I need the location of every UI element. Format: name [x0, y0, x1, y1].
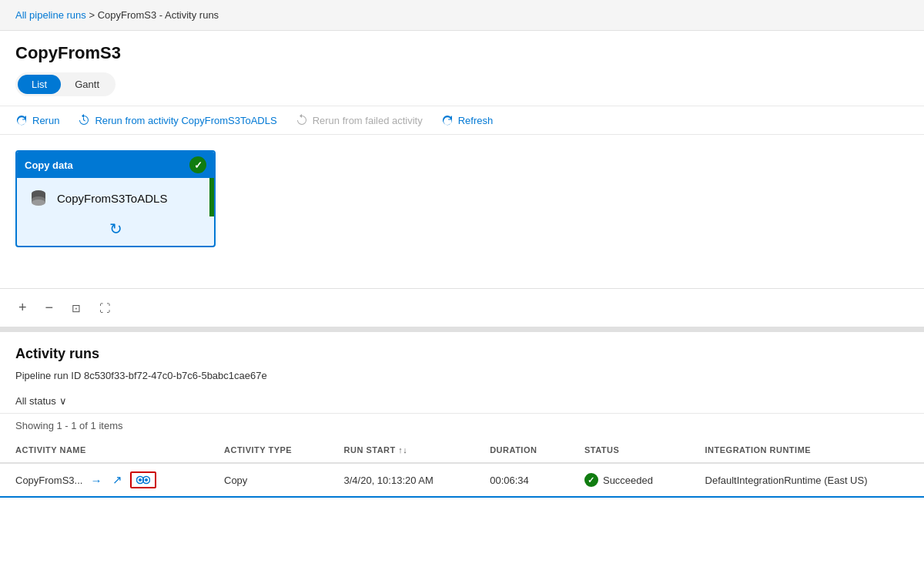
db-icon [28, 187, 49, 209]
col-status: STATUS [569, 438, 690, 463]
output-icon[interactable]: ↗ [109, 471, 126, 488]
zoom-in-button[interactable]: + [15, 297, 30, 319]
filter-row: All status ∨ [0, 389, 924, 414]
breadcrumb: All pipeline runs > CopyFromS3 - Activit… [0, 0, 924, 31]
page-header: CopyFromS3 List Gantt [0, 31, 924, 106]
col-duration: DURATION [474, 438, 569, 463]
table-header: ACTIVITY NAME ACTIVITY TYPE RUN START ↑↓… [0, 438, 924, 463]
rerun-from-label: Rerun from activity CopyFromS3ToADLS [95, 115, 276, 126]
zoom-out-button[interactable]: − [42, 297, 57, 319]
rerun-failed-icon [296, 114, 308, 126]
cell-status: ✓ Succeeded [569, 463, 690, 497]
cell-runtime: DefaultIntegrationRuntime (East US) [690, 463, 924, 497]
node-type-label: Copy data [25, 159, 73, 171]
col-activity-name: ACTIVITY NAME [0, 438, 209, 463]
pipeline-run-id-value: 8c530f33-bf72-47c0-b7c6-5babc1cae67e [84, 370, 267, 381]
svg-point-6 [139, 478, 142, 481]
filter-label: All status [15, 395, 56, 407]
rerun-label: Rerun [32, 115, 59, 126]
breadcrumb-current: CopyFromS3 - Activity runs [98, 9, 219, 21]
pipeline-node[interactable]: Copy data ✓ CopyFromS3ToADLS ↻ [15, 150, 216, 247]
showing-text: Showing 1 - 1 of 1 items [0, 414, 924, 438]
rerun-failed-button[interactable]: Rerun from failed activity [296, 114, 423, 126]
node-success-check: ✓ [189, 156, 206, 173]
section-title: Activity runs [15, 346, 909, 362]
view-toggle: List Gantt [15, 72, 116, 96]
rerun-from-button[interactable]: Rerun from activity CopyFromS3ToADLS [78, 114, 276, 126]
activity-runs-section: Activity runs [0, 332, 924, 367]
breadcrumb-link[interactable]: All pipeline runs [15, 9, 86, 21]
cell-duration: 00:06:34 [474, 463, 569, 497]
status-badge: ✓ Succeeded [584, 473, 675, 487]
zoom-fit-button[interactable]: ⊡ [69, 299, 84, 317]
input-output-details-icon[interactable] [130, 471, 156, 488]
node-footer: ↻ [17, 216, 214, 246]
col-activity-type: ACTIVITY TYPE [209, 438, 329, 463]
activity-runs-table: ACTIVITY NAME ACTIVITY TYPE RUN START ↑↓… [0, 438, 924, 498]
col-run-start: RUN START ↑↓ [329, 438, 475, 463]
table-row: CopyFromS3... → ↗ Copy [0, 463, 924, 497]
pipeline-run-id-label: Pipeline run ID [15, 370, 81, 381]
breadcrumb-separator: > [89, 9, 97, 21]
status-dot: ✓ [584, 473, 598, 487]
cell-activity-type: Copy [209, 463, 329, 497]
col-integration-runtime: INTEGRATION RUNTIME [690, 438, 924, 463]
svg-point-4 [32, 200, 45, 206]
canvas-controls: + − ⊡ ⛶ [0, 289, 924, 327]
list-view-button[interactable]: List [18, 75, 61, 94]
rerun-icon [15, 114, 28, 126]
rerun-failed-label: Rerun from failed activity [313, 115, 423, 126]
node-sync-icon: ↻ [109, 220, 122, 238]
cell-activity-name: CopyFromS3... → ↗ [0, 463, 209, 497]
canvas-area: Copy data ✓ CopyFromS3ToADLS ↻ [0, 135, 924, 289]
fit-view-button[interactable]: ⛶ [96, 299, 113, 317]
refresh-icon [441, 114, 454, 126]
refresh-button[interactable]: Refresh [441, 114, 494, 126]
cell-run-start: 3/4/20, 10:13:20 AM [329, 463, 475, 497]
node-status-bar [209, 178, 216, 216]
node-activity-name: CopyFromS3ToADLS [57, 192, 167, 205]
gantt-view-button[interactable]: Gantt [61, 75, 113, 94]
go-to-run-icon[interactable]: → [87, 472, 105, 488]
table-body: CopyFromS3... → ↗ Copy [0, 463, 924, 497]
pipeline-node-header: Copy data ✓ [17, 152, 214, 178]
rerun-from-icon [78, 114, 90, 126]
toolbar: Rerun Rerun from activity CopyFromS3ToAD… [0, 106, 924, 135]
activity-name-value: CopyFromS3... [15, 475, 82, 486]
page-title: CopyFromS3 [15, 43, 909, 63]
status-label: Succeeded [603, 475, 653, 486]
pipeline-run-id-row: Pipeline run ID 8c530f33-bf72-47c0-b7c6-… [0, 367, 924, 389]
refresh-label: Refresh [458, 115, 494, 126]
status-filter-button[interactable]: All status ∨ [15, 395, 67, 407]
filter-chevron-icon: ∨ [59, 395, 67, 407]
rerun-button[interactable]: Rerun [15, 114, 59, 126]
svg-point-8 [145, 478, 148, 481]
pipeline-node-body: CopyFromS3ToADLS [17, 178, 214, 216]
